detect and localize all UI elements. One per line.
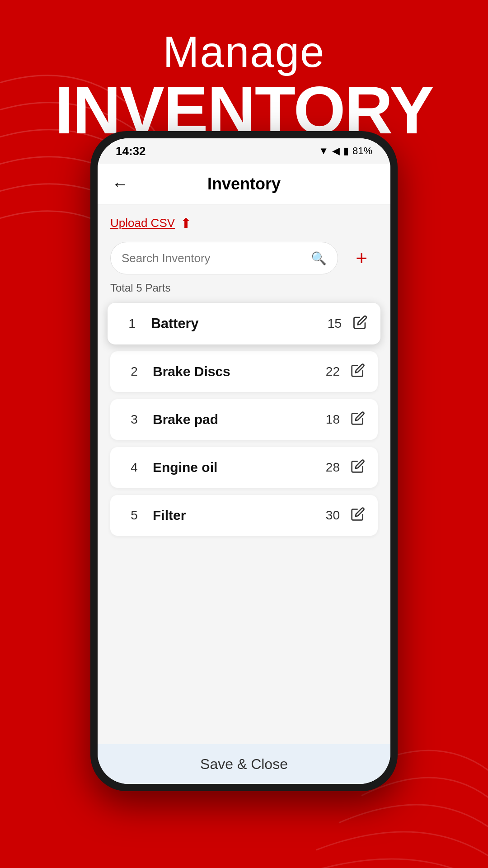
back-button[interactable]: ← (112, 175, 128, 193)
item-name-3: Brake pad (153, 412, 326, 427)
wifi-icon: ▼ (319, 145, 328, 157)
page-header: Manage INVENTORY (0, 27, 488, 144)
edit-icon-1[interactable] (353, 315, 368, 333)
inventory-item-2[interactable]: 2 Brake Discs 22 (110, 351, 378, 392)
search-icon[interactable]: 🔍 (311, 251, 327, 266)
item-name-1: Battery (151, 316, 328, 332)
search-row: 🔍 + (110, 242, 378, 274)
item-number-1: 1 (121, 316, 144, 331)
item-name-4: Engine oil (153, 460, 326, 475)
phone-frame: 14:32 ▼ ◀ ▮ 81% ← Inventory Upload CSV ⬆ (90, 131, 398, 791)
upload-icon[interactable]: ⬆ (180, 215, 192, 231)
app-title: Inventory (207, 175, 281, 193)
item-qty-3: 18 (326, 412, 340, 427)
manage-label: Manage (0, 27, 488, 77)
item-number-4: 4 (123, 460, 145, 475)
item-number-5: 5 (123, 508, 145, 523)
item-qty-4: 28 (326, 460, 340, 475)
status-bar: 14:32 ▼ ◀ ▮ 81% (98, 138, 390, 164)
inventory-item-5[interactable]: 5 Filter 30 (110, 495, 378, 536)
save-close-label: Save & Close (200, 756, 288, 773)
search-input-wrapper: 🔍 (110, 242, 338, 274)
edit-icon-3[interactable] (351, 411, 365, 429)
add-button[interactable]: + (345, 242, 378, 274)
item-number-3: 3 (123, 412, 145, 427)
phone-screen: 14:32 ▼ ◀ ▮ 81% ← Inventory Upload CSV ⬆ (98, 138, 390, 784)
item-number-2: 2 (123, 364, 145, 379)
edit-icon-2[interactable] (351, 363, 365, 381)
app-header: ← Inventory (98, 164, 390, 204)
item-name-2: Brake Discs (153, 364, 326, 379)
search-input[interactable] (122, 251, 311, 265)
inventory-list: 1 Battery 15 2 Brake Discs 22 (110, 303, 378, 536)
status-icons: ▼ ◀ ▮ 81% (319, 145, 372, 157)
content-area: Upload CSV ⬆ 🔍 + Total 5 Parts 1 Battery (98, 204, 390, 744)
save-close-button[interactable]: Save & Close (98, 744, 390, 784)
inventory-item-1[interactable]: 1 Battery 15 (108, 303, 380, 344)
inventory-item-4[interactable]: 4 Engine oil 28 (110, 447, 378, 488)
battery-icon: ▮ (343, 145, 349, 157)
inventory-item-3[interactable]: 3 Brake pad 18 (110, 399, 378, 440)
total-parts-label: Total 5 Parts (110, 282, 378, 294)
item-qty-2: 22 (326, 364, 340, 379)
edit-icon-4[interactable] (351, 459, 365, 476)
edit-icon-5[interactable] (351, 507, 365, 524)
upload-csv-link[interactable]: Upload CSV (110, 216, 175, 230)
battery-percent: 81% (352, 145, 372, 157)
item-qty-5: 30 (326, 508, 340, 523)
item-name-5: Filter (153, 508, 326, 523)
status-time: 14:32 (116, 144, 146, 158)
item-qty-1: 15 (327, 316, 342, 331)
upload-csv-row: Upload CSV ⬆ (110, 215, 378, 231)
signal-icon: ◀ (332, 145, 340, 157)
